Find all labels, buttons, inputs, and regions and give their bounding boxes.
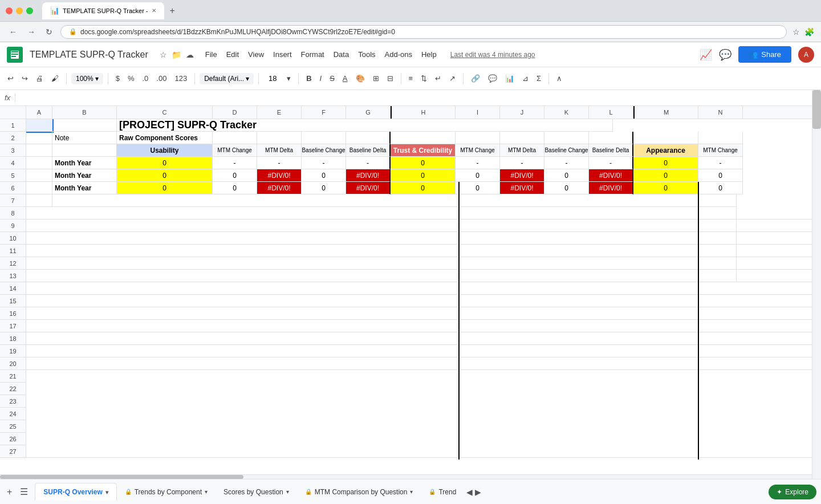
cell-L3-baseline-delta[interactable]: Baseline Delta <box>589 144 633 157</box>
star-doc-icon[interactable]: ☆ <box>160 50 167 59</box>
strikethrough-button[interactable]: S <box>327 72 338 85</box>
cell-A7[interactable] <box>26 194 52 207</box>
menu-edit[interactable]: Edit <box>226 50 239 59</box>
bold-button[interactable]: B <box>303 72 314 85</box>
cell-J6[interactable]: #DIV/0! <box>500 182 544 194</box>
cell-M2[interactable] <box>633 132 698 144</box>
italic-button[interactable]: I <box>317 72 325 85</box>
col-header-D[interactable]: D <box>213 106 257 119</box>
cell-F4[interactable]: - <box>302 157 346 169</box>
col-header-J[interactable]: J <box>500 106 544 119</box>
sheet-tab-trend2[interactable]: 🔒 Trend <box>421 483 464 501</box>
cell-M4[interactable]: 0 <box>633 157 698 169</box>
cell-B6[interactable]: Month Year <box>52 182 117 194</box>
cell-J4[interactable]: - <box>500 157 544 169</box>
cell-B1[interactable] <box>52 119 117 132</box>
cell-G4[interactable]: - <box>346 157 391 169</box>
cell-wide-12[interactable] <box>26 257 737 270</box>
decimal0-button[interactable]: .0 <box>140 72 152 85</box>
cell-K5[interactable]: 0 <box>544 169 589 182</box>
cell-K4[interactable]: - <box>544 157 589 169</box>
font-size-input[interactable] <box>263 74 282 83</box>
url-box[interactable]: 🔒 docs.google.com/spreadsheets/d/1BdzzKB… <box>60 25 787 39</box>
cell-C2[interactable]: Raw Component Scores <box>117 132 213 144</box>
border-button[interactable]: ⊞ <box>370 72 382 85</box>
col-header-B[interactable]: B <box>52 106 117 119</box>
cell-C5[interactable]: 0 <box>117 169 213 182</box>
menu-tools[interactable]: Tools <box>358 50 375 59</box>
cell-K6[interactable]: 0 <box>544 182 589 194</box>
font-selector[interactable]: Default (Ari... ▾ <box>200 73 254 84</box>
cell-N5[interactable]: 0 <box>698 169 743 182</box>
col-header-L[interactable]: L <box>589 106 633 119</box>
sheet-tab-scores[interactable]: Scores by Question ▾ <box>216 483 297 501</box>
chart-button[interactable]: 📊 <box>502 72 517 85</box>
cell-wide-10[interactable] <box>26 232 737 245</box>
cell-M5[interactable]: 0 <box>633 169 698 182</box>
cell-C4[interactable]: 0 <box>117 157 213 169</box>
back-button[interactable]: ← <box>7 26 19 38</box>
cell-A2[interactable] <box>26 132 52 144</box>
cell-I3-mtm-change[interactable]: MTM Change <box>456 144 500 157</box>
analytics-icon[interactable]: 📈 <box>700 48 712 61</box>
menu-addons[interactable]: Add-ons <box>385 50 412 59</box>
col-header-E[interactable]: E <box>257 106 302 119</box>
sheet-tab-mtm[interactable]: 🔒 MTM Comparison by Question ▾ <box>297 483 421 501</box>
v-align-button[interactable]: ⇅ <box>418 72 430 85</box>
cell-I4[interactable]: - <box>456 157 500 169</box>
cell-B3[interactable] <box>52 144 117 157</box>
cell-J3-mtm-delta[interactable]: MTM Delta <box>500 144 544 157</box>
forward-button[interactable]: → <box>25 26 38 38</box>
comment-button[interactable]: 💬 <box>485 72 500 85</box>
cell-J2[interactable] <box>500 132 544 144</box>
cell-I6[interactable]: 0 <box>456 182 500 194</box>
add-sheet-button[interactable]: + <box>5 486 14 498</box>
cell-A6[interactable] <box>26 182 52 194</box>
share-button[interactable]: 👥 Share <box>738 46 791 63</box>
avatar[interactable]: A <box>798 47 814 63</box>
zoom-selector[interactable]: 100% ▾ <box>71 73 103 84</box>
new-tab-button[interactable]: + <box>166 5 178 17</box>
cell-D3-mtm-change[interactable]: MTM Change <box>213 144 257 157</box>
cell-F5[interactable]: 0 <box>302 169 346 182</box>
link-button[interactable]: 🔗 <box>468 72 483 85</box>
sheet-tab-trends[interactable]: 🔒 Trends by Component ▾ <box>117 483 216 501</box>
cell-E3-mtm-delta[interactable]: MTM Delta <box>257 144 302 157</box>
cell-D4[interactable]: - <box>213 157 257 169</box>
sheet-list-button[interactable]: ☰ <box>18 485 30 498</box>
cell-empty-7[interactable] <box>52 194 737 207</box>
undo-button[interactable]: ↩ <box>5 72 17 85</box>
cell-G2[interactable] <box>346 132 391 144</box>
cell-G6[interactable]: #DIV/0! <box>346 182 391 194</box>
cell-B2[interactable]: Note <box>52 132 117 144</box>
cell-F6[interactable]: 0 <box>302 182 346 194</box>
decimal00-button[interactable]: .00 <box>153 72 169 85</box>
extensions-icon[interactable]: 🧩 <box>804 27 814 36</box>
col-header-F[interactable]: F <box>302 106 346 119</box>
cell-M3-appearance[interactable]: Appearance <box>633 144 698 157</box>
cell-H6[interactable]: 0 <box>391 182 456 194</box>
cell-B4[interactable]: Month Year <box>52 157 117 169</box>
cell-N4[interactable]: - <box>698 157 743 169</box>
function-button[interactable]: Σ <box>534 72 544 85</box>
cell-K2[interactable] <box>544 132 589 144</box>
menu-file[interactable]: File <box>205 50 217 59</box>
font-size-arrow[interactable]: ▾ <box>284 72 294 85</box>
col-header-C[interactable]: C <box>117 106 213 119</box>
cell-H5[interactable]: 0 <box>391 169 456 182</box>
cell-F3-baseline-change[interactable]: Baseline Change <box>302 144 346 157</box>
cell-N2[interactable] <box>698 132 743 144</box>
cell-H3-trust[interactable]: Trust & Credibility <box>391 144 456 157</box>
col-header-K[interactable]: K <box>544 106 589 119</box>
underline-button[interactable]: A <box>340 72 351 85</box>
paint-format-button[interactable]: 🖌 <box>48 72 62 85</box>
cell-E6[interactable]: #DIV/0! <box>257 182 302 194</box>
cell-F2[interactable] <box>302 132 346 144</box>
cell-C1[interactable]: [PROJECT] SUPR-Q Tracker <box>117 119 613 132</box>
cell-wide-13[interactable] <box>26 270 737 282</box>
col-header-N[interactable]: N <box>698 106 743 119</box>
sheet-tab-suprq[interactable]: SUPR-Q Overview ▾ <box>35 483 116 501</box>
tab-prev-button[interactable]: ◀ <box>466 487 473 497</box>
vertical-scrollbar[interactable] <box>812 106 821 460</box>
col-header-I[interactable]: I <box>456 106 500 119</box>
